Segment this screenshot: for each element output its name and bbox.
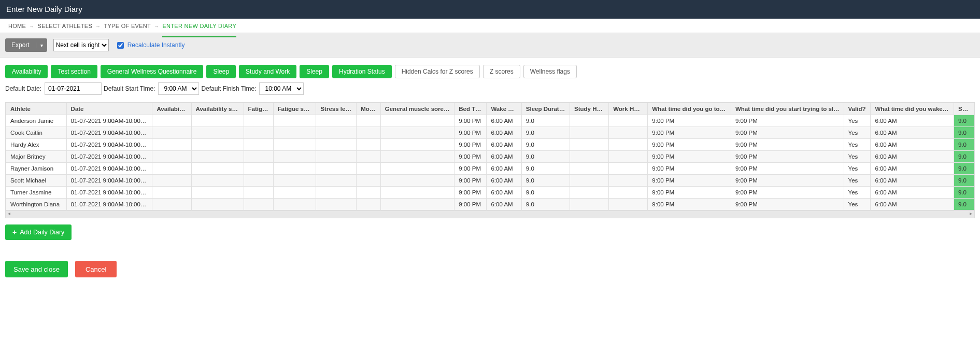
table-cell[interactable] xyxy=(191,139,244,151)
table-cell[interactable] xyxy=(570,175,609,187)
table-cell[interactable] xyxy=(152,187,191,199)
table-cell[interactable]: 6:00 AM xyxy=(871,187,954,199)
table-cell[interactable] xyxy=(316,139,357,151)
table-cell[interactable] xyxy=(273,139,316,151)
table-cell[interactable]: 6:00 AM xyxy=(487,139,521,151)
table-cell[interactable]: 01-07-2021 9:00AM-10:00AM xyxy=(66,187,152,199)
table-cell[interactable] xyxy=(152,199,191,210)
table-cell[interactable] xyxy=(380,187,454,199)
table-cell[interactable] xyxy=(609,151,648,163)
table-cell[interactable]: Scott Michael xyxy=(6,175,67,187)
table-cell[interactable]: 9:00 PM xyxy=(455,115,487,127)
table-cell[interactable] xyxy=(357,127,381,139)
export-button[interactable]: Export ▾ xyxy=(5,38,47,52)
column-header[interactable]: Date xyxy=(66,103,152,115)
table-cell[interactable]: 01-07-2021 9:00AM-10:00AM xyxy=(66,151,152,163)
section-tab[interactable]: Test section xyxy=(51,65,97,78)
table-cell[interactable]: 9.0 xyxy=(954,163,974,175)
table-cell[interactable] xyxy=(273,127,316,139)
table-cell[interactable]: Major Britney xyxy=(6,151,67,163)
table-cell[interactable] xyxy=(357,163,381,175)
table-cell[interactable] xyxy=(609,163,648,175)
table-cell[interactable] xyxy=(152,127,191,139)
column-header[interactable]: Availability score xyxy=(191,103,244,115)
table-cell[interactable]: 01-07-2021 9:00AM-10:00AM xyxy=(66,127,152,139)
table-cell[interactable] xyxy=(357,115,381,127)
table-cell[interactable] xyxy=(191,115,244,127)
column-header[interactable]: What time did you start trying to sleep? xyxy=(731,103,844,115)
table-cell[interactable]: 9:00 PM xyxy=(731,139,844,151)
table-cell[interactable] xyxy=(316,187,357,199)
table-cell[interactable] xyxy=(357,187,381,199)
table-cell[interactable] xyxy=(609,187,648,199)
table-cell[interactable]: 9.0 xyxy=(521,127,570,139)
table-cell[interactable]: 01-07-2021 9:00AM-10:00AM xyxy=(66,139,152,151)
table-cell[interactable]: 9.0 xyxy=(521,163,570,175)
breadcrumb-item[interactable]: SELECT ATHLETES xyxy=(38,19,93,33)
table-cell[interactable]: 9.0 xyxy=(954,151,974,163)
column-header[interactable]: Sleep Duration xyxy=(521,103,570,115)
table-cell[interactable]: Yes xyxy=(844,139,871,151)
column-header[interactable]: Work Hours xyxy=(609,103,648,115)
table-cell[interactable]: 9:00 PM xyxy=(455,199,487,210)
table-cell[interactable] xyxy=(244,163,273,175)
table-cell[interactable] xyxy=(380,163,454,175)
recalc-toggle[interactable]: Recalculate Instantly xyxy=(115,40,185,50)
table-cell[interactable] xyxy=(244,151,273,163)
table-cell[interactable] xyxy=(609,127,648,139)
column-header[interactable]: Bed Time xyxy=(455,103,487,115)
table-cell[interactable] xyxy=(273,175,316,187)
table-cell[interactable]: 6:00 AM xyxy=(871,115,954,127)
table-cell[interactable] xyxy=(380,139,454,151)
table-cell[interactable] xyxy=(570,139,609,151)
breadcrumb-item[interactable]: ENTER NEW DAILY DIARY xyxy=(162,19,236,37)
table-cell[interactable]: 9.0 xyxy=(521,139,570,151)
table-cell[interactable]: 9:00 PM xyxy=(648,175,731,187)
table-cell[interactable]: 9:00 PM xyxy=(455,139,487,151)
table-cell[interactable] xyxy=(191,187,244,199)
column-header[interactable]: What time did you go to bed? xyxy=(648,103,731,115)
horizontal-scrollbar[interactable] xyxy=(6,210,974,218)
table-cell[interactable] xyxy=(191,199,244,210)
table-cell[interactable]: 6:00 AM xyxy=(487,115,521,127)
breadcrumb-item[interactable]: HOME xyxy=(8,19,26,33)
table-cell[interactable]: 9:00 PM xyxy=(648,139,731,151)
table-cell[interactable]: 9:00 PM xyxy=(648,127,731,139)
table-cell[interactable]: 9.0 xyxy=(521,175,570,187)
section-tab[interactable]: Hydration Status xyxy=(332,65,392,78)
table-cell[interactable]: 9.0 xyxy=(954,199,974,210)
table-cell[interactable] xyxy=(316,163,357,175)
table-cell[interactable]: 9.0 xyxy=(521,151,570,163)
column-header[interactable]: General muscle soreness xyxy=(380,103,454,115)
table-cell[interactable] xyxy=(357,151,381,163)
table-cell[interactable]: 01-07-2021 9:00AM-10:00AM xyxy=(66,163,152,175)
table-cell[interactable]: 9.0 xyxy=(521,115,570,127)
table-cell[interactable]: 9:00 PM xyxy=(648,151,731,163)
table-cell[interactable]: Cook Caitlin xyxy=(6,127,67,139)
table-cell[interactable]: Yes xyxy=(844,115,871,127)
table-cell[interactable]: 6:00 AM xyxy=(487,199,521,210)
table-cell[interactable] xyxy=(244,175,273,187)
default-finish-select[interactable]: 10:00 AM xyxy=(259,82,304,95)
table-cell[interactable]: Anderson Jamie xyxy=(6,115,67,127)
recalc-checkbox[interactable] xyxy=(117,42,124,49)
table-cell[interactable]: 6:00 AM xyxy=(871,175,954,187)
table-cell[interactable]: Turner Jasmine xyxy=(6,187,67,199)
table-cell[interactable] xyxy=(244,127,273,139)
table-cell[interactable]: 9.0 xyxy=(954,127,974,139)
table-cell[interactable]: Yes xyxy=(844,163,871,175)
table-cell[interactable] xyxy=(357,139,381,151)
table-cell[interactable]: 9:00 PM xyxy=(455,151,487,163)
table-cell[interactable]: 9:00 PM xyxy=(731,127,844,139)
table-cell[interactable] xyxy=(273,163,316,175)
table-cell[interactable] xyxy=(570,151,609,163)
table-cell[interactable]: 9:00 PM xyxy=(731,175,844,187)
table-cell[interactable]: 9:00 PM xyxy=(731,163,844,175)
table-cell[interactable]: 6:00 AM xyxy=(487,175,521,187)
table-cell[interactable] xyxy=(273,151,316,163)
column-header[interactable]: Study Hours xyxy=(570,103,609,115)
table-cell[interactable]: Hardy Alex xyxy=(6,139,67,151)
table-cell[interactable] xyxy=(244,187,273,199)
table-cell[interactable]: 9:00 PM xyxy=(455,163,487,175)
table-cell[interactable]: 6:00 AM xyxy=(871,127,954,139)
